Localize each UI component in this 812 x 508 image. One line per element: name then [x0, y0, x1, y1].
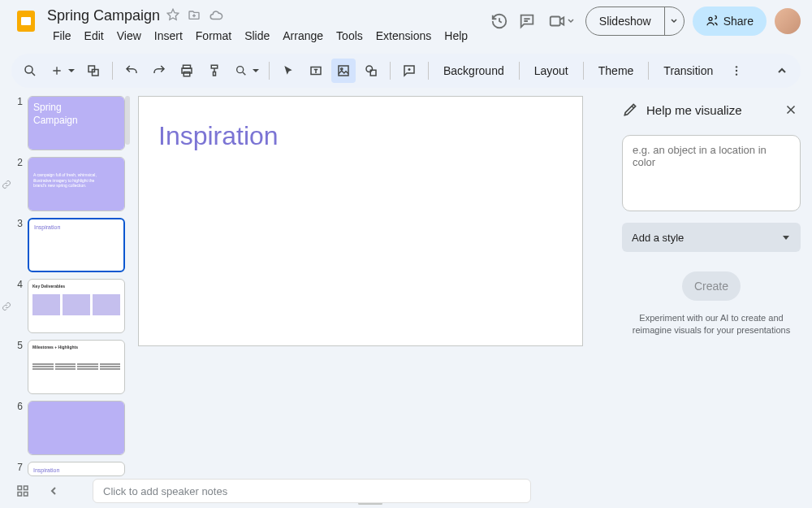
- slide-number: 4: [15, 279, 23, 333]
- speaker-notes[interactable]: Click to add speaker notes: [93, 479, 531, 503]
- slide-thumb-3[interactable]: 3 Inspiration: [15, 218, 127, 272]
- separator: [519, 62, 520, 80]
- share-label: Share: [723, 15, 754, 28]
- svg-point-16: [736, 66, 737, 67]
- shape-icon: [364, 63, 378, 78]
- history-icon[interactable]: [490, 11, 509, 31]
- prev-slide-button[interactable]: [42, 480, 65, 502]
- collapse-toolbar-button[interactable]: [770, 59, 794, 83]
- comment-button[interactable]: [397, 59, 421, 83]
- separator: [269, 62, 270, 80]
- slideshow-button[interactable]: Slideshow: [585, 7, 685, 36]
- cloud-icon[interactable]: [209, 8, 223, 23]
- comments-icon[interactable]: [517, 11, 537, 31]
- move-icon[interactable]: [188, 8, 202, 23]
- svg-rect-19: [18, 486, 22, 490]
- slide-thumb-4[interactable]: 4 Key Deliverables: [15, 279, 127, 333]
- meet-icon[interactable]: [545, 11, 577, 31]
- svg-rect-20: [24, 486, 28, 490]
- slides-logo[interactable]: [11, 7, 41, 36]
- pencil-icon: [622, 102, 638, 118]
- share-button[interactable]: Share: [693, 7, 767, 36]
- slide-canvas[interactable]: Inspiration: [138, 96, 583, 346]
- chevron-left-icon: [48, 485, 59, 497]
- slideshow-label[interactable]: Slideshow: [586, 15, 664, 28]
- slide-panel[interactable]: 1 Spring Campaign 2 A campaign full of f…: [0, 88, 130, 508]
- transition-button[interactable]: Transition: [655, 64, 721, 77]
- menu-tools[interactable]: Tools: [330, 26, 369, 46]
- svg-point-13: [341, 68, 343, 70]
- svg-rect-12: [339, 66, 348, 76]
- menu-bar: File Edit View Insert Format Slide Arran…: [47, 26, 473, 46]
- create-button[interactable]: Create: [682, 271, 741, 301]
- slide-thumb-5[interactable]: 5 Milestones + Highlights: [15, 340, 127, 394]
- slide-number: 3: [15, 218, 23, 272]
- svg-rect-1: [21, 17, 31, 25]
- menu-insert[interactable]: Insert: [149, 26, 188, 46]
- prompt-input[interactable]: [622, 135, 801, 211]
- undo-button[interactable]: [119, 59, 144, 83]
- menu-slide[interactable]: Slide: [239, 26, 275, 46]
- svg-point-3: [709, 17, 712, 20]
- menu-arrange[interactable]: Arrange: [277, 26, 329, 46]
- menu-format[interactable]: Format: [190, 26, 237, 46]
- svg-rect-2: [551, 17, 560, 26]
- zoom-icon: [235, 64, 248, 77]
- slide-number: 6: [15, 401, 23, 455]
- templates-button[interactable]: [81, 59, 106, 83]
- slide-title[interactable]: Inspiration: [158, 121, 563, 151]
- image-button[interactable]: [331, 59, 356, 83]
- zoom-button[interactable]: [230, 59, 262, 83]
- canvas-area: Inspiration: [130, 88, 611, 508]
- close-icon: [784, 102, 798, 117]
- print-icon: [179, 63, 194, 78]
- grid-icon: [15, 484, 30, 498]
- slide-number: 2: [15, 157, 23, 211]
- svg-point-10: [237, 67, 244, 73]
- avatar[interactable]: [775, 8, 801, 34]
- undo-icon: [124, 63, 139, 78]
- svg-rect-22: [24, 493, 28, 497]
- menu-help[interactable]: Help: [438, 26, 473, 46]
- close-button[interactable]: [781, 100, 801, 119]
- menu-file[interactable]: File: [47, 26, 77, 46]
- star-icon[interactable]: [166, 8, 181, 23]
- paint-format-button[interactable]: [202, 59, 227, 83]
- paint-icon: [207, 63, 222, 78]
- panel-hint: Experiment with our AI to create and rei…: [622, 312, 801, 337]
- menu-view[interactable]: View: [111, 26, 147, 46]
- background-button[interactable]: Background: [435, 64, 512, 77]
- bottom-bar: Click to add speaker notes: [0, 474, 598, 508]
- people-icon: [706, 15, 719, 28]
- plus-icon: [50, 64, 63, 77]
- separator: [428, 62, 429, 80]
- textbox-icon: [309, 63, 323, 78]
- layout-button[interactable]: Layout: [526, 64, 577, 77]
- slideshow-dropdown[interactable]: [664, 7, 684, 36]
- more-button[interactable]: [724, 59, 749, 83]
- slide-thumb-6[interactable]: 6: [15, 401, 127, 455]
- doc-title[interactable]: Spring Campaign: [47, 7, 160, 24]
- theme-button[interactable]: Theme: [590, 64, 642, 77]
- templates-icon: [86, 63, 101, 78]
- menu-extensions[interactable]: Extensions: [370, 26, 437, 46]
- textbox-button[interactable]: [304, 59, 328, 83]
- separator: [390, 62, 391, 80]
- slide-thumb-2[interactable]: 2 A campaign full of fresh, whimsical, i…: [15, 157, 127, 211]
- search-icon: [23, 63, 37, 78]
- print-button[interactable]: [175, 59, 199, 83]
- separator: [583, 62, 584, 80]
- link-icon: [2, 302, 11, 311]
- shape-button[interactable]: [359, 59, 383, 83]
- menu-edit[interactable]: Edit: [79, 26, 110, 46]
- grid-view-button[interactable]: [11, 480, 34, 502]
- svg-rect-21: [18, 493, 22, 497]
- style-dropdown[interactable]: Add a style: [622, 223, 801, 252]
- cursor-icon: [282, 64, 295, 77]
- slide-thumb-1[interactable]: 1 Spring Campaign: [15, 96, 127, 150]
- new-slide-button[interactable]: [45, 59, 78, 83]
- redo-button[interactable]: [147, 59, 171, 83]
- select-button[interactable]: [276, 59, 300, 83]
- svg-point-14: [366, 66, 373, 72]
- search-button[interactable]: [18, 59, 42, 83]
